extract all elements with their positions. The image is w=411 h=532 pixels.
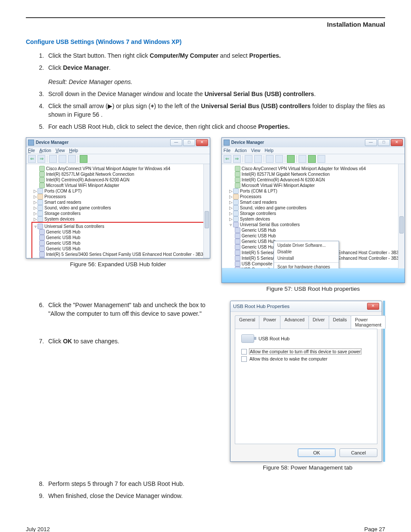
toolbar-icon[interactable] — [299, 155, 306, 163]
usb-device-icon — [241, 334, 254, 343]
properties-title: USB Root Hub Properties — [233, 304, 290, 309]
sound-icon — [37, 205, 43, 211]
checkbox-allow-wake[interactable] — [241, 356, 247, 362]
back-icon[interactable] — [28, 155, 36, 163]
step-2-result: Result: Device Manager opens. — [48, 78, 385, 85]
usb-icon — [39, 229, 45, 235]
usb-icon — [235, 255, 240, 261]
step-1: Click the Start button. Then right click… — [46, 51, 385, 60]
adapter-icon — [39, 177, 45, 183]
toolbar-icon[interactable] — [275, 155, 283, 163]
footer-date: July 2012 — [26, 526, 50, 532]
menubar[interactable]: FileActionViewHelp — [26, 147, 210, 154]
usb-icon — [235, 267, 240, 268]
tab-driver[interactable]: Driver — [308, 315, 329, 329]
usb-group-highlight: ▿Universal Serial Bus controllers Generi… — [31, 222, 207, 258]
step-3: Scroll down in the Device Manager window… — [46, 90, 385, 98]
step-5: For each USB Root Hub, click to select t… — [46, 122, 385, 131]
toolbar-icon[interactable] — [254, 155, 262, 163]
usb-icon — [235, 233, 240, 239]
device-manager-icon — [28, 140, 34, 146]
checkbox-allow-turn-off[interactable] — [241, 349, 247, 355]
adapter-icon — [39, 171, 45, 177]
maximize-button[interactable]: □ — [378, 139, 390, 146]
device-tree[interactable]: Cisco AnyConnect VPN Virtual Miniport Ad… — [222, 164, 405, 268]
usb-icon — [235, 239, 240, 244]
ctx-scan[interactable]: Scan for hardware changes — [274, 264, 339, 268]
toolbar-icon[interactable] — [266, 155, 274, 163]
scrollbar[interactable] — [398, 164, 405, 268]
tab-strip[interactable]: General Power Advanced Driver Details Po… — [235, 315, 377, 329]
step-4: Click the small arrow (▶) or plus sign (… — [46, 102, 385, 119]
storage-icon — [37, 211, 43, 216]
step-2: Click Device Manager. — [46, 63, 385, 72]
figure-57-caption: Figure 57: USB Root Hub properties — [221, 286, 405, 292]
usb-icon — [39, 257, 45, 258]
step-8: Perform steps 5 through 7 for each USB R… — [46, 479, 385, 488]
maximize-button[interactable]: □ — [183, 139, 195, 146]
usb-icon — [233, 222, 239, 227]
usb-icon — [235, 244, 240, 250]
usb-icon — [37, 224, 43, 229]
processor-icon — [37, 194, 43, 199]
adapter-icon — [235, 177, 240, 183]
cancel-button[interactable]: Cancel — [339, 448, 377, 457]
usb-icon — [235, 261, 240, 267]
toolbar-icon[interactable] — [318, 155, 325, 163]
toolbar-icon[interactable] — [287, 155, 295, 163]
forward-icon[interactable] — [233, 155, 241, 163]
minimize-button[interactable]: — — [170, 139, 182, 146]
scrollbar[interactable] — [203, 164, 210, 258]
adapter-icon — [39, 166, 45, 171]
close-button[interactable]: ✕ — [391, 139, 403, 146]
back-icon[interactable] — [224, 155, 231, 163]
close-button[interactable]: ✕ — [367, 303, 379, 310]
toolbar[interactable] — [222, 154, 405, 164]
tab-details[interactable]: Details — [329, 315, 351, 329]
toolbar-icon[interactable] — [49, 155, 57, 163]
usb-icon — [39, 235, 45, 240]
usb-icon — [39, 246, 45, 252]
tab-power[interactable]: Power — [259, 315, 280, 329]
minimize-button[interactable]: — — [365, 139, 377, 146]
figure-58-window: USB Root Hub Properties ✕ General Power … — [230, 301, 382, 462]
ctx-update[interactable]: Update Driver Software... — [274, 242, 339, 249]
usb-icon — [39, 240, 45, 246]
close-button[interactable]: ✕ — [196, 139, 208, 146]
tab-power-management[interactable]: Power Management — [351, 315, 386, 329]
figure-58-caption: Figure 58: Power Management tab — [230, 464, 385, 471]
usb-icon — [235, 227, 240, 233]
checkbox-label: Allow the computer to turn off this devi… — [249, 349, 361, 354]
ctx-disable[interactable]: Disable — [274, 249, 339, 255]
tab-general[interactable]: General — [235, 315, 259, 329]
storage-icon — [233, 211, 239, 216]
adapter-icon — [39, 183, 45, 188]
toolbar-icon[interactable] — [80, 155, 87, 163]
context-menu[interactable]: Update Driver Software... Disable Uninst… — [274, 241, 339, 268]
toolbar-icon[interactable] — [245, 155, 252, 163]
menubar[interactable]: FileActionViewHelp — [222, 147, 405, 154]
section-title: Configure USB Settings (Windows 7 and Wi… — [26, 38, 385, 45]
toolbar-icon[interactable] — [59, 155, 66, 163]
toolbar-icon[interactable] — [308, 155, 316, 163]
device-tree[interactable]: Cisco AnyConnect VPN Virtual Miniport Ad… — [26, 164, 210, 258]
ports-icon — [37, 188, 43, 194]
page-header-title: Installation Manual — [26, 21, 385, 28]
adapter-icon — [235, 183, 240, 188]
toolbar[interactable] — [26, 154, 210, 164]
step-9: When finished, close the Device Manager … — [46, 492, 385, 500]
toolbar-icon[interactable] — [68, 155, 76, 163]
sound-icon — [233, 205, 239, 211]
smartcard-icon — [233, 199, 239, 205]
ok-button[interactable]: OK — [298, 448, 336, 457]
step-7: Click OK to save changes. — [46, 337, 219, 345]
figure-57-window: Device Manager — □ ✕ FileActionViewHelp — [221, 137, 405, 283]
ctx-uninstall[interactable]: Uninstall — [274, 255, 339, 261]
tab-advanced[interactable]: Advanced — [280, 315, 309, 329]
usb-icon — [235, 250, 240, 255]
forward-icon[interactable] — [37, 155, 45, 163]
footer-page: Page 27 — [364, 526, 385, 532]
checkbox-label: Allow this device to wake the computer — [249, 356, 327, 361]
adapter-icon — [235, 171, 240, 177]
device-manager-icon — [224, 140, 230, 146]
